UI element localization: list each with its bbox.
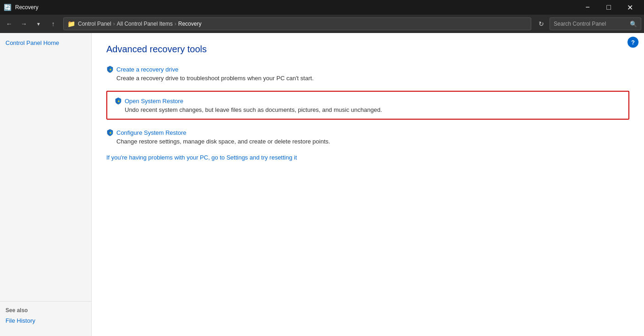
close-button[interactable]: ✕	[619, 0, 640, 15]
open-system-restore-item: ★ Open System Restore Undo recent system…	[106, 91, 629, 120]
app-icon: 🔄	[4, 4, 11, 11]
recovery-drive-link[interactable]: ★ Create a recovery drive	[106, 66, 629, 73]
configure-system-restore-link[interactable]: ★ Configure System Restore	[106, 129, 629, 136]
recovery-drive-link-text: Create a recovery drive	[116, 66, 178, 73]
recent-locations-button[interactable]: ▼	[32, 17, 45, 30]
open-system-restore-link-text: Open System Restore	[125, 98, 183, 105]
see-also-heading: See also	[6, 307, 86, 314]
breadcrumb-recovery[interactable]: Recovery	[178, 21, 202, 27]
title-bar-controls: − □ ✕	[577, 0, 640, 15]
control-panel-home-link[interactable]: Control Panel Home	[6, 39, 86, 47]
address-bar: ← → ▼ ↑ 📁 Control Panel › All Control Pa…	[0, 15, 644, 33]
breadcrumb-all-items[interactable]: All Control Panel Items	[117, 21, 173, 27]
open-system-restore-link[interactable]: ★ Open System Restore	[115, 97, 621, 105]
recovery-drive-description: Create a recovery drive to troubleshoot …	[116, 75, 629, 82]
back-button[interactable]: ←	[3, 17, 16, 30]
up-button[interactable]: ↑	[47, 17, 60, 30]
configure-system-restore-description: Change restore settings, manage disk spa…	[116, 138, 629, 145]
title-bar-left: 🔄 Recovery	[4, 4, 39, 11]
breadcrumb[interactable]: 📁 Control Panel › All Control Panel Item…	[63, 17, 531, 30]
help-button[interactable]: ?	[627, 37, 638, 48]
recovery-drive-item: ★ Create a recovery drive Create a recov…	[106, 66, 629, 82]
breadcrumb-control-panel[interactable]: Control Panel	[78, 21, 111, 27]
shield-icon-recovery-drive: ★	[106, 66, 114, 73]
sidebar-top: Control Panel Home	[0, 39, 91, 301]
sidebar-bottom: See also File History	[0, 301, 91, 330]
forward-button[interactable]: →	[17, 17, 30, 30]
shield-icon-system-restore: ★	[115, 97, 122, 105]
settings-reset-link[interactable]: If you're having problems with your PC, …	[106, 154, 629, 161]
open-system-restore-description: Undo recent system changes, but leave fi…	[125, 106, 621, 113]
window-title: Recovery	[15, 4, 39, 11]
main-area: Control Panel Home See also File History…	[0, 33, 644, 336]
refresh-button[interactable]: ↻	[535, 17, 548, 30]
search-icon[interactable]: 🔍	[630, 21, 637, 28]
content-area: ? Advanced recovery tools ★ Create a rec…	[92, 33, 644, 336]
search-box[interactable]: Search Control Panel 🔍	[550, 17, 641, 30]
minimize-button[interactable]: −	[577, 0, 598, 15]
folder-icon: 📁	[67, 20, 75, 28]
configure-system-restore-link-text: Configure System Restore	[116, 129, 186, 136]
file-history-link[interactable]: File History	[6, 316, 86, 325]
sidebar: Control Panel Home See also File History	[0, 33, 92, 336]
page-title: Advanced recovery tools	[106, 44, 629, 55]
maximize-button[interactable]: □	[598, 0, 619, 15]
search-placeholder: Search Control Panel	[554, 21, 627, 27]
shield-icon-configure: ★	[106, 129, 114, 136]
title-bar: 🔄 Recovery − □ ✕	[0, 0, 644, 15]
configure-system-restore-item: ★ Configure System Restore Change restor…	[106, 129, 629, 145]
